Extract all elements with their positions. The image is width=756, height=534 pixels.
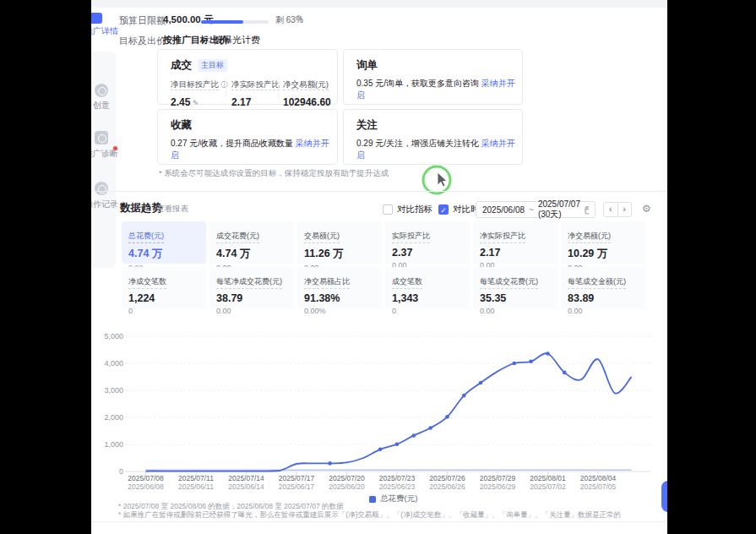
footnote-line: * 如果推广在暂停或删除前已经获得了曝光，那么在暂停或重建后展示「(净)交易额」… [118, 510, 621, 520]
metric-value: 1,343 [392, 292, 463, 304]
metric-value: 4.74 万 [216, 247, 287, 261]
goal-card-favorite[interactable]: 收藏 0.27 元/收藏，提升商品收藏数量 采纳并开启 [157, 109, 338, 165]
deal-stat: 净目标投产比 ⓘ2.45 ✎ [171, 75, 228, 108]
favorite-desc: 0.27 元/收藏，提升商品收藏数量 采纳并开启 [171, 138, 337, 161]
click-indicator [419, 162, 470, 203]
metric-card[interactable]: 成交笔数1,3430 [385, 267, 470, 309]
legend-swatch [369, 496, 376, 503]
data-point-marker [479, 381, 483, 385]
date-separator: ~ [529, 205, 534, 215]
metric-card[interactable]: 净实际投产比2.170.00 [473, 221, 557, 264]
creative-icon [95, 84, 108, 97]
view-report-link[interactable]: 查看报表 [156, 204, 188, 215]
metric-value: 83.89 [568, 292, 639, 304]
metric-compare-value: 0 [128, 307, 199, 315]
metric-label: 成交花费(元) [216, 231, 259, 243]
metric-value: 11.26 万 [304, 247, 375, 261]
budget-label: 预算日限额: [119, 14, 168, 27]
metric-compare-value: 0.00 [216, 307, 287, 315]
metric-card[interactable]: 每笔成交金额(元)83.890.00 [561, 267, 645, 309]
deal-stat: 净实际投产比2.17 [231, 75, 280, 108]
goal-label: 目标及出价: [119, 35, 168, 47]
notification-dot [113, 146, 117, 150]
metric-card[interactable]: 成交花费(元)4.74 万0.00 [209, 221, 294, 264]
compare-metric-checkbox[interactable] [383, 204, 393, 215]
metric-value: 1,224 [128, 292, 199, 304]
date-end: 2025/07/07 (30天) [538, 199, 580, 221]
sidebar-item-label: 推广详情 [91, 25, 120, 37]
date-nav: ‹ › [603, 202, 632, 217]
deal-stat-value: 102946.60 [283, 96, 331, 108]
stat-divider [278, 77, 279, 99]
goal-card-inquiry[interactable]: 询单 0.35 元/询单，获取更多意向咨询 采纳并开启 [343, 49, 523, 105]
metric-value: 4.74 万 [128, 247, 199, 261]
tab-divider [208, 35, 209, 44]
budget-progress [201, 20, 269, 24]
metric-card[interactable]: 实际投产比2.370.00 [385, 221, 470, 264]
data-point-marker [563, 371, 567, 375]
metric-label: 净实际投产比 [480, 231, 525, 243]
metric-label: 总花费(元) [128, 231, 164, 243]
metric-value: 2.17 [480, 247, 551, 259]
compare-time-checkbox[interactable]: ✓ [438, 204, 449, 215]
metric-label: 净成交笔数 [128, 276, 166, 289]
goal-card-follow[interactable]: 关注 0.29 元/关注，增强店铺关注转化 采纳并开启 [343, 109, 523, 165]
inquiry-desc: 0.35 元/询单，获取更多意向咨询 采纳并开启 [356, 78, 522, 101]
metric-label: 实际投产比 [392, 231, 430, 243]
favorite-desc-text: 0.27 元/收藏，提升商品收藏数量 [171, 139, 293, 148]
data-point-marker [462, 394, 466, 398]
deal-stat-label: 净目标投产比 ⓘ [171, 75, 228, 90]
follow-desc-text: 0.29 元/关注，增强店铺关注转化 [356, 139, 479, 148]
settings-gear-icon[interactable]: ⚙ [642, 203, 651, 215]
stage: 推广详情创意推广诊断操作记录 预算日限额: 4,500.00 元 剩 63% ✎… [0, 0, 756, 534]
goal-note: * 系统会尽可能达成你设置的目标，保持稳定投放有助于提升达成 [159, 168, 389, 179]
next-period-button[interactable]: › [618, 203, 632, 216]
metric-label: 净交易额(元) [568, 231, 611, 243]
compare-metric-label: 对比指标 [397, 204, 432, 215]
deal-stat-label: 净交易额(元) [283, 75, 331, 90]
metric-card[interactable]: 交易额(元)11.26 万0.00 [297, 221, 382, 264]
deal-stat-value: 2.17 [231, 96, 280, 108]
x-axis-tick-current: 2025/08/04 [568, 474, 628, 482]
metric-card[interactable]: 净交易额占比91.38%0.00% [297, 267, 382, 309]
trend-chart-svg[interactable] [118, 330, 663, 492]
metric-value: 91.38% [304, 292, 375, 304]
metric-card[interactable]: 净成交笔数1,2240 [122, 267, 206, 309]
edit-pencil-icon[interactable]: ✎ [190, 99, 199, 107]
history-icon [95, 182, 108, 195]
budget-progress-fill [201, 20, 243, 24]
data-point-marker [411, 433, 416, 438]
metric-compare-value: 0 [392, 307, 463, 315]
metric-value: 35.35 [480, 292, 551, 304]
metric-card[interactable]: 净交易额(元)10.29 万0.00 [561, 221, 645, 264]
app-window: 推广详情创意推广诊断操作记录 预算日限额: 4,500.00 元 剩 63% ✎… [91, 0, 667, 534]
metric-value: 2.37 [392, 247, 463, 259]
deal-stat-value: 2.45 ✎ [171, 96, 228, 108]
deal-stat-label: 净实际投产比 [231, 75, 280, 90]
info-icon[interactable]: ⓘ [219, 80, 228, 89]
data-point-marker [529, 359, 533, 363]
chart-legend[interactable]: 总花费(元) [369, 493, 417, 504]
budget-edit-icon[interactable]: ✎ [296, 14, 303, 23]
floating-side-button[interactable] [661, 481, 667, 512]
mouse-cursor-icon [438, 172, 447, 187]
follow-title: 关注 [356, 118, 378, 133]
metric-label: 交易额(元) [304, 231, 340, 243]
metric-card[interactable]: 每笔成交花费(元)35.350.00 [473, 267, 557, 309]
sidebar-item-label: 创意 [91, 100, 120, 112]
metric-card[interactable]: 每笔净成交花费(元)38.790.00 [209, 267, 294, 309]
tab-exposure-bid[interactable]: 按曝光计费 [214, 34, 260, 46]
data-point-marker [395, 442, 400, 446]
data-point-marker [378, 447, 383, 451]
main-series-line [146, 353, 632, 471]
prev-period-button[interactable]: ‹ [604, 203, 618, 216]
goal-card-deal[interactable]: 成交 主目标 净目标投产比 ⓘ2.45 ✎净实际投产比2.17净交易额(元)10… [157, 49, 338, 105]
primary-goal-badge: 主目标 [198, 59, 227, 72]
metric-label: 每笔成交金额(元) [568, 276, 626, 289]
data-point-marker [546, 351, 550, 356]
data-point-marker [328, 461, 332, 466]
metric-label: 成交笔数 [392, 276, 422, 289]
metric-card[interactable]: 总花费(元)4.74 万0.00 [122, 221, 206, 264]
bottom-divider [91, 521, 667, 522]
date-range-picker[interactable]: 2025/06/08 ~ 2025/07/07 (30天) [476, 201, 596, 218]
